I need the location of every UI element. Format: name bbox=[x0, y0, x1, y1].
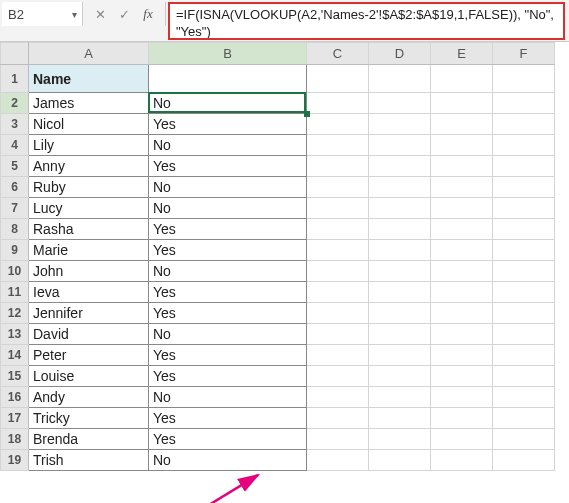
cell-a5[interactable]: Anny bbox=[29, 156, 149, 177]
row-header-12[interactable]: 12 bbox=[1, 303, 29, 324]
cell-c14[interactable] bbox=[307, 345, 369, 366]
cell-a11[interactable]: Ieva bbox=[29, 282, 149, 303]
row-header-6[interactable]: 6 bbox=[1, 177, 29, 198]
cell-e9[interactable] bbox=[431, 240, 493, 261]
row-header-7[interactable]: 7 bbox=[1, 198, 29, 219]
cell-b18[interactable]: Yes bbox=[149, 429, 307, 450]
cell-f15[interactable] bbox=[493, 366, 555, 387]
cell-a10[interactable]: John bbox=[29, 261, 149, 282]
cell-e13[interactable] bbox=[431, 324, 493, 345]
formula-input[interactable]: =IF(ISNA(VLOOKUP(A2,'Names-2'!$A$2:$A$19… bbox=[168, 2, 565, 40]
row-header-2[interactable]: 2 bbox=[1, 93, 29, 114]
cell-d16[interactable] bbox=[369, 387, 431, 408]
column-header-f[interactable]: F bbox=[493, 43, 555, 65]
cell-f6[interactable] bbox=[493, 177, 555, 198]
cell-b1[interactable] bbox=[149, 65, 307, 93]
name-box-dropdown-icon[interactable]: ▾ bbox=[66, 9, 82, 20]
cell-d18[interactable] bbox=[369, 429, 431, 450]
cell-b2[interactable]: No bbox=[149, 93, 307, 114]
cell-d12[interactable] bbox=[369, 303, 431, 324]
cell-a3[interactable]: Nicol bbox=[29, 114, 149, 135]
cell-d2[interactable] bbox=[369, 93, 431, 114]
cell-b15[interactable]: Yes bbox=[149, 366, 307, 387]
cell-d3[interactable] bbox=[369, 114, 431, 135]
cell-f7[interactable] bbox=[493, 198, 555, 219]
row-header-10[interactable]: 10 bbox=[1, 261, 29, 282]
cell-e14[interactable] bbox=[431, 345, 493, 366]
cell-d19[interactable] bbox=[369, 450, 431, 471]
cell-b7[interactable]: No bbox=[149, 198, 307, 219]
row-header-9[interactable]: 9 bbox=[1, 240, 29, 261]
column-header-b[interactable]: B bbox=[149, 43, 307, 65]
cell-b19[interactable]: No bbox=[149, 450, 307, 471]
cell-c11[interactable] bbox=[307, 282, 369, 303]
cell-b9[interactable]: Yes bbox=[149, 240, 307, 261]
cell-f2[interactable] bbox=[493, 93, 555, 114]
cell-a13[interactable]: David bbox=[29, 324, 149, 345]
cell-a18[interactable]: Brenda bbox=[29, 429, 149, 450]
cell-c3[interactable] bbox=[307, 114, 369, 135]
cell-b16[interactable]: No bbox=[149, 387, 307, 408]
cell-e8[interactable] bbox=[431, 219, 493, 240]
name-box[interactable]: B2 bbox=[2, 7, 66, 22]
cell-f13[interactable] bbox=[493, 324, 555, 345]
cell-f9[interactable] bbox=[493, 240, 555, 261]
cell-d5[interactable] bbox=[369, 156, 431, 177]
cell-c2[interactable] bbox=[307, 93, 369, 114]
cancel-icon[interactable]: ✕ bbox=[91, 5, 109, 23]
header-name-cell[interactable]: Name bbox=[29, 65, 149, 93]
row-header-19[interactable]: 19 bbox=[1, 450, 29, 471]
column-header-c[interactable]: C bbox=[307, 43, 369, 65]
cell-c4[interactable] bbox=[307, 135, 369, 156]
cell-d10[interactable] bbox=[369, 261, 431, 282]
cell-d14[interactable] bbox=[369, 345, 431, 366]
cell-c7[interactable] bbox=[307, 198, 369, 219]
cell-c10[interactable] bbox=[307, 261, 369, 282]
cell-f17[interactable] bbox=[493, 408, 555, 429]
cell-c19[interactable] bbox=[307, 450, 369, 471]
row-header-14[interactable]: 14 bbox=[1, 345, 29, 366]
cell-c6[interactable] bbox=[307, 177, 369, 198]
cell-a17[interactable]: Tricky bbox=[29, 408, 149, 429]
cell-a15[interactable]: Louise bbox=[29, 366, 149, 387]
cell-a8[interactable]: Rasha bbox=[29, 219, 149, 240]
cell-d17[interactable] bbox=[369, 408, 431, 429]
cell-d15[interactable] bbox=[369, 366, 431, 387]
cell-a2[interactable]: James bbox=[29, 93, 149, 114]
cell-d7[interactable] bbox=[369, 198, 431, 219]
cell-d4[interactable] bbox=[369, 135, 431, 156]
cell-e18[interactable] bbox=[431, 429, 493, 450]
cell-e12[interactable] bbox=[431, 303, 493, 324]
cell-e2[interactable] bbox=[431, 93, 493, 114]
cell-c12[interactable] bbox=[307, 303, 369, 324]
row-header-18[interactable]: 18 bbox=[1, 429, 29, 450]
cell-f19[interactable] bbox=[493, 450, 555, 471]
cell-a14[interactable]: Peter bbox=[29, 345, 149, 366]
cell-f8[interactable] bbox=[493, 219, 555, 240]
select-all-corner[interactable] bbox=[1, 43, 29, 65]
cell-f10[interactable] bbox=[493, 261, 555, 282]
cell-c5[interactable] bbox=[307, 156, 369, 177]
cell-d1[interactable] bbox=[369, 65, 431, 93]
cell-e16[interactable] bbox=[431, 387, 493, 408]
row-header-17[interactable]: 17 bbox=[1, 408, 29, 429]
row-header-4[interactable]: 4 bbox=[1, 135, 29, 156]
cell-f16[interactable] bbox=[493, 387, 555, 408]
cell-e11[interactable] bbox=[431, 282, 493, 303]
row-header-16[interactable]: 16 bbox=[1, 387, 29, 408]
cell-b13[interactable]: No bbox=[149, 324, 307, 345]
row-header-1[interactable]: 1 bbox=[1, 65, 29, 93]
cell-a12[interactable]: Jennifer bbox=[29, 303, 149, 324]
cell-d13[interactable] bbox=[369, 324, 431, 345]
cell-b12[interactable]: Yes bbox=[149, 303, 307, 324]
column-header-d[interactable]: D bbox=[369, 43, 431, 65]
cell-e17[interactable] bbox=[431, 408, 493, 429]
row-header-5[interactable]: 5 bbox=[1, 156, 29, 177]
cell-e19[interactable] bbox=[431, 450, 493, 471]
cell-e7[interactable] bbox=[431, 198, 493, 219]
cell-b8[interactable]: Yes bbox=[149, 219, 307, 240]
cell-c17[interactable] bbox=[307, 408, 369, 429]
cell-f1[interactable] bbox=[493, 65, 555, 93]
cell-c9[interactable] bbox=[307, 240, 369, 261]
cell-e3[interactable] bbox=[431, 114, 493, 135]
